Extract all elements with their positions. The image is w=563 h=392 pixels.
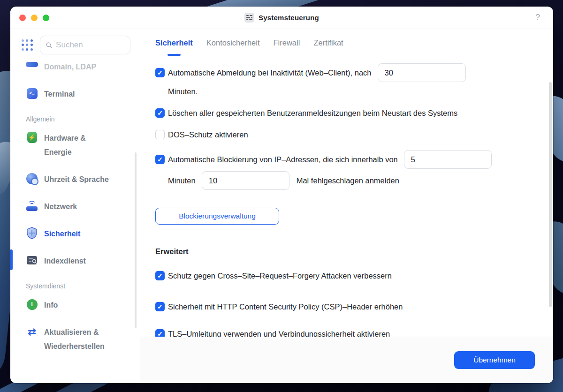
tab-zertifikat[interactable]: Zertifikat (313, 29, 343, 57)
sidebar-item-uhrzeit-sprache[interactable]: Uhrzeit & Sprache (26, 166, 133, 193)
window-title: Systemsteuerung (259, 14, 319, 22)
setting-clear-sessions: Löschen aller gespeicherten Benutzeranme… (155, 107, 536, 119)
sidebar-section-allgemein: Allgemein (26, 115, 133, 123)
csrf-checkbox[interactable] (155, 271, 165, 280)
control-panel-icon (244, 13, 254, 23)
footer-bar: Übernehmen (140, 337, 553, 383)
auto-block-attempts-input[interactable] (202, 171, 289, 190)
help-button[interactable]: ? (536, 13, 540, 22)
tab-kontosicherheit[interactable]: Kontosicherheit (206, 29, 260, 57)
close-window-button[interactable] (19, 15, 26, 21)
partial-checkbox[interactable] (155, 329, 165, 337)
sidebar-list: Domain, LDAP >_ Terminal Allgemein ⚡ Har… (10, 61, 140, 383)
sidebar-item-terminal[interactable]: >_ Terminal (26, 81, 133, 108)
tab-sicherheit[interactable]: Sicherheit (155, 29, 193, 57)
csp-checkbox[interactable] (155, 302, 165, 311)
setting-auto-logout: Automatische Abmeldung bei Inaktivität (… (155, 63, 536, 82)
control-panel-window: Systemsteuerung ? (10, 7, 553, 383)
sidebar: Domain, LDAP >_ Terminal Allgemein ⚡ Har… (10, 29, 140, 383)
clock-language-icon (26, 173, 38, 185)
sidebar-search[interactable] (40, 36, 130, 54)
sidebar-item-netzwerk[interactable]: Netzwerk (26, 193, 133, 220)
active-item-indicator (10, 249, 13, 270)
minimize-window-button[interactable] (31, 15, 38, 21)
hardware-energy-icon: ⚡ (26, 131, 38, 143)
setting-partial-clipped: TLS–Umleitung verwenden und Verbindungss… (155, 328, 536, 337)
setting-dos-protection: DOS–Schutz aktivieren (155, 129, 536, 140)
advanced-heading: Erweitert (155, 247, 536, 256)
window-controls (19, 15, 49, 21)
sidebar-item-indexdienst[interactable]: Indexdienst (26, 248, 133, 275)
sidebar-item-hardware-energie[interactable]: ⚡ Hardware & Energie (26, 125, 133, 166)
refresh-restore-icon: ⇄ (26, 325, 38, 338)
settings-content: Automatische Abmeldung bei Inaktivität (… (140, 57, 553, 337)
auto-logout-suffix: Minuten. (155, 86, 536, 97)
app-grid-icon[interactable] (21, 39, 33, 51)
block-management-button[interactable]: Blockierungsverwaltung (155, 208, 279, 225)
terminal-icon: >_ (26, 87, 38, 99)
setting-csp: Sicherheit mit HTTP Content Security Pol… (155, 301, 536, 312)
sidebar-item-domain-ldap[interactable]: Domain, LDAP (26, 61, 133, 81)
auto-block-line2: Minuten Mal fehlgeschlagen anmelden (155, 171, 536, 190)
dos-protection-checkbox[interactable] (155, 130, 165, 139)
setting-auto-block: Automatische Blockierung von IP–Adressen… (155, 150, 536, 169)
domain-ldap-icon (26, 61, 38, 72)
auto-block-checkbox[interactable] (155, 155, 165, 164)
titlebar: Systemsteuerung ? (10, 7, 553, 29)
auto-logout-minutes-input[interactable] (378, 63, 466, 82)
clear-sessions-checkbox[interactable] (155, 108, 165, 118)
sidebar-section-systemdienst: Systemdienst (26, 282, 133, 290)
tab-firewall[interactable]: Firewall (274, 29, 300, 57)
sidebar-item-sicherheit[interactable]: Sicherheit (26, 220, 133, 248)
shield-icon (26, 227, 38, 239)
tab-bar: Sicherheit Kontosicherheit Firewall Zert… (140, 29, 553, 57)
network-icon (26, 200, 38, 212)
content-scrollbar[interactable] (549, 82, 552, 307)
info-icon: i (26, 298, 38, 310)
auto-logout-checkbox[interactable] (155, 68, 165, 77)
main-panel: Sicherheit Kontosicherheit Firewall Zert… (140, 29, 553, 383)
index-service-icon (26, 254, 38, 266)
search-input[interactable] (56, 40, 124, 50)
zoom-window-button[interactable] (43, 15, 49, 21)
sidebar-item-info[interactable]: i Info (26, 292, 133, 319)
apply-button[interactable]: Übernehmen (454, 351, 535, 369)
sidebar-item-aktualisieren[interactable]: ⇄ Aktualisieren & Wiederherstellen (26, 319, 133, 360)
sidebar-scrollbar[interactable] (135, 152, 137, 328)
auto-block-minutes-input[interactable] (404, 150, 492, 169)
search-icon (46, 42, 52, 49)
setting-csrf: Schutz gegen Cross–Site–Request–Forgery … (155, 270, 536, 281)
